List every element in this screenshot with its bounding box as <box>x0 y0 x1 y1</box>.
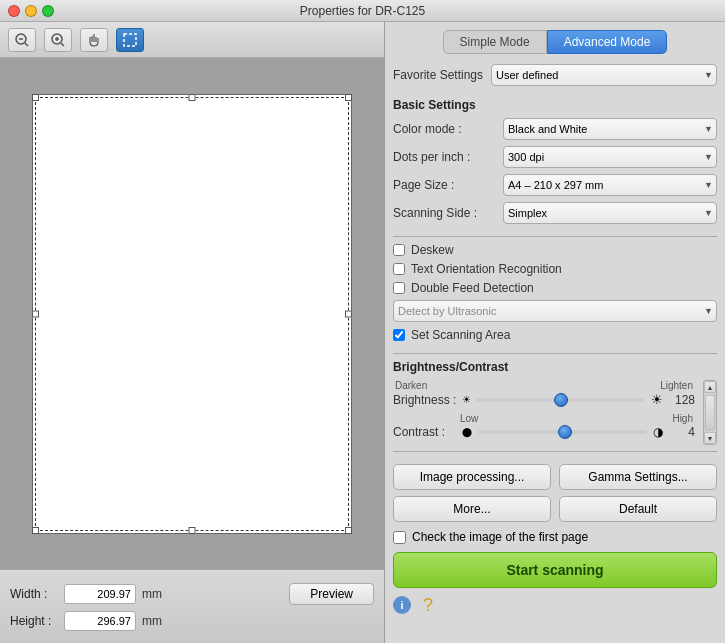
height-input[interactable] <box>64 611 136 631</box>
favorite-settings-select-wrapper: User defined ▼ <box>491 64 717 86</box>
text-orientation-row: Text Orientation Recognition <box>393 262 717 276</box>
titlebar: Properties for DR-C125 <box>0 0 725 22</box>
scanning-side-label: Scanning Side : <box>393 206 503 220</box>
zoom-out-button[interactable] <box>8 28 36 52</box>
handle-middle-left[interactable] <box>32 310 39 317</box>
more-button[interactable]: More... <box>393 496 551 522</box>
bottom-icons: i ? <box>393 596 717 614</box>
zoom-in-button[interactable] <box>44 28 72 52</box>
tab-simple-mode[interactable]: Simple Mode <box>443 30 547 54</box>
canvas-area <box>0 58 384 569</box>
basic-settings-label: Basic Settings <box>393 98 717 112</box>
scroll-thumb[interactable] <box>705 395 715 430</box>
scan-preview <box>32 94 352 534</box>
height-unit: mm <box>142 614 162 628</box>
hand-tool-button[interactable] <box>80 28 108 52</box>
double-feed-row: Double Feed Detection <box>393 281 717 295</box>
left-panel: Width : mm Preview Height : mm <box>0 22 385 643</box>
favorite-settings-row: Favorite Settings User defined ▼ <box>393 64 717 86</box>
handle-bottom-right[interactable] <box>345 527 352 534</box>
help-icon[interactable]: ? <box>419 596 437 614</box>
select-tool-button[interactable] <box>116 28 144 52</box>
close-button[interactable] <box>8 5 20 17</box>
scroll-up-button[interactable]: ▲ <box>704 381 716 393</box>
scroll-down-button[interactable]: ▼ <box>704 432 716 444</box>
maximize-button[interactable] <box>42 5 54 17</box>
dpi-select-wrapper: 100 dpi 150 dpi 200 dpi 300 dpi 400 dpi … <box>503 146 717 168</box>
color-mode-select[interactable]: Black and White Grayscale Color <box>503 118 717 140</box>
favorite-settings-label: Favorite Settings <box>393 68 483 82</box>
sliders-area: Darken Lighten Brightness : ☀ ☀ 128 Low … <box>393 380 695 445</box>
tab-bar: Simple Mode Advanced Mode <box>393 30 717 54</box>
info-icon[interactable]: i <box>393 596 411 614</box>
brightness-contrast-section: Brightness/Contrast Darken Lighten Brigh… <box>393 360 717 445</box>
svg-line-6 <box>61 43 64 46</box>
page-size-label: Page Size : <box>393 178 503 192</box>
contrast-label: Contrast : <box>393 425 458 439</box>
deskew-row: Deskew <box>393 243 717 257</box>
contrast-high-icon: ◑ <box>653 425 663 439</box>
tab-advanced-mode[interactable]: Advanced Mode <box>547 30 668 54</box>
width-row: Width : mm Preview <box>10 583 374 605</box>
page-size-select-wrapper: A4 – 210 x 297 mm Letter Legal ▼ <box>503 174 717 196</box>
detect-select[interactable]: Detect by Ultrasonic <box>393 300 717 322</box>
check-first-page-row: Check the image of the first page <box>393 530 717 544</box>
preview-button[interactable]: Preview <box>289 583 374 605</box>
scanning-side-select-wrapper: Simplex Duplex ▼ <box>503 202 717 224</box>
deskew-label: Deskew <box>411 243 454 257</box>
handle-top-middle[interactable] <box>189 94 196 101</box>
handle-top-right[interactable] <box>345 94 352 101</box>
start-scanning-button[interactable]: Start scanning <box>393 552 717 588</box>
check-first-page-label: Check the image of the first page <box>412 530 588 544</box>
deskew-checkbox[interactable] <box>393 244 405 256</box>
page-size-row: Page Size : A4 – 210 x 297 mm Letter Leg… <box>393 174 717 196</box>
double-feed-label: Double Feed Detection <box>411 281 534 295</box>
handle-top-left[interactable] <box>32 94 39 101</box>
brightness-sun-small-icon: ☀ <box>462 394 471 405</box>
toolbar <box>0 22 384 58</box>
color-mode-row: Color mode : Black and White Grayscale C… <box>393 118 717 140</box>
low-label: Low <box>460 413 478 424</box>
default-button[interactable]: Default <box>559 496 717 522</box>
dpi-label: Dots per inch : <box>393 150 503 164</box>
handle-middle-right[interactable] <box>345 310 352 317</box>
dpi-select[interactable]: 100 dpi 150 dpi 200 dpi 300 dpi 400 dpi … <box>503 146 717 168</box>
action-buttons-row-2: More... Default <box>393 496 717 522</box>
detect-row: Detect by Ultrasonic ▼ <box>393 300 717 322</box>
handle-bottom-middle[interactable] <box>189 527 196 534</box>
double-feed-checkbox[interactable] <box>393 282 405 294</box>
detect-select-wrapper: Detect by Ultrasonic ▼ <box>393 300 717 322</box>
gamma-settings-button[interactable]: Gamma Settings... <box>559 464 717 490</box>
height-label: Height : <box>10 614 58 628</box>
check-first-page-checkbox[interactable] <box>393 531 406 544</box>
contrast-slider-row: Contrast : ⬤ ◑ 4 <box>393 425 695 439</box>
handle-bottom-left[interactable] <box>32 527 39 534</box>
divider-1 <box>393 236 717 237</box>
favorite-settings-select[interactable]: User defined <box>491 64 717 86</box>
page-size-select[interactable]: A4 – 210 x 297 mm Letter Legal <box>503 174 717 196</box>
width-input[interactable] <box>64 584 136 604</box>
height-row: Height : mm <box>10 611 374 631</box>
brightness-value: 128 <box>667 393 695 407</box>
scanning-side-row: Scanning Side : Simplex Duplex ▼ <box>393 202 717 224</box>
color-mode-label: Color mode : <box>393 122 503 136</box>
brightness-slider-row: Brightness : ☀ ☀ 128 <box>393 392 695 407</box>
brightness-contrast-wrapper: Darken Lighten Brightness : ☀ ☀ 128 Low … <box>393 380 717 445</box>
contrast-slider[interactable] <box>478 430 647 434</box>
set-scanning-area-label: Set Scanning Area <box>411 328 510 342</box>
brightness-slider[interactable] <box>477 398 645 402</box>
minimize-button[interactable] <box>25 5 37 17</box>
dpi-row: Dots per inch : 100 dpi 150 dpi 200 dpi … <box>393 146 717 168</box>
set-scanning-area-checkbox[interactable] <box>393 329 405 341</box>
scanning-side-select[interactable]: Simplex Duplex <box>503 202 717 224</box>
text-orientation-label: Text Orientation Recognition <box>411 262 562 276</box>
width-label: Width : <box>10 587 58 601</box>
window-title: Properties for DR-C125 <box>300 4 425 18</box>
selection-overlay <box>35 97 349 531</box>
image-processing-button[interactable]: Image processing... <box>393 464 551 490</box>
divider-2 <box>393 353 717 354</box>
text-orientation-checkbox[interactable] <box>393 263 405 275</box>
brightness-contrast-label: Brightness/Contrast <box>393 360 717 374</box>
right-panel: Simple Mode Advanced Mode Favorite Setti… <box>385 22 725 643</box>
high-label: High <box>672 413 693 424</box>
